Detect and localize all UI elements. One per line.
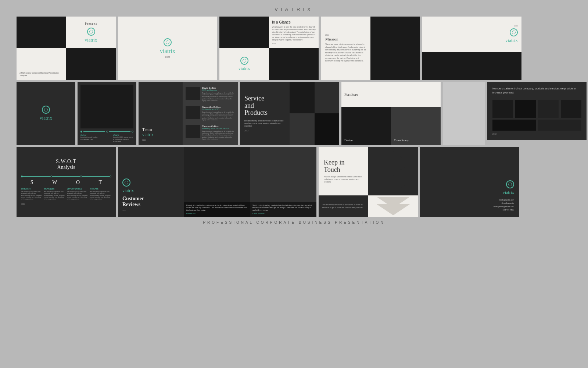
swot-weakness-label: WEAKNESS <box>44 188 66 190</box>
consult-label: Consultancy <box>394 139 409 142</box>
mission-title: Mission <box>325 37 366 41</box>
member-1-desc: Be professional in everything we do to s… <box>202 92 235 102</box>
member-1-info: David Collins CEO and Founder Be profess… <box>202 87 235 102</box>
swot-threats-desc: We always try to give the best product t… <box>90 191 112 200</box>
slide-row-1: Present viatrix A Professional Corporate… <box>17 17 571 80</box>
swot-title: S.W.O.T <box>21 159 111 164</box>
review-2-text: Viatrix not only selling products but al… <box>252 204 314 212</box>
service-title2: and <box>244 102 254 109</box>
slide-intro: viatrix 2022 <box>118 17 217 80</box>
timeline-dots <box>80 131 133 132</box>
swot-title2: Analysis <box>21 164 111 170</box>
swot-opps: OPPORTUNITIES We always try to give the … <box>67 188 89 200</box>
keep-touch-text: Keep in Touch You are always welcome to … <box>319 147 368 195</box>
m2-year: 2022 <box>514 25 518 27</box>
member-1-img <box>186 87 200 100</box>
review-brand: viatrix <box>122 188 180 194</box>
member-1-role: CEO and Founder <box>202 89 235 91</box>
keep-touch-body: You are always welcome to contact us to … <box>324 176 363 183</box>
team-right-panel: David Collins CEO and Founder Be profess… <box>183 82 238 145</box>
swot-w: W <box>52 180 57 185</box>
slide-glance: In a Glance We always try to give the be… <box>219 17 319 80</box>
glance-img-br <box>269 48 319 80</box>
footer-subtitle: PROFESSIONAL CORPORATE BUSINESS PRESENTA… <box>203 217 385 227</box>
review-2-name: Chloe Pullman <box>252 212 314 215</box>
glance-logo: viatrix <box>219 48 269 80</box>
member-3-info: Thomas Collins Marketing and Customer Se… <box>202 125 235 140</box>
year-2019: 2019 <box>80 134 99 136</box>
review-brand-panel: viatrix Customer Reviews 2022 <box>118 147 184 217</box>
team-brand: viatrix <box>142 132 179 138</box>
mission-body: There are some missions we want to achie… <box>325 43 366 63</box>
swot-timeline <box>21 176 111 177</box>
team-year: 2022 <box>142 139 179 141</box>
swot-t: T <box>99 180 102 185</box>
tl-desc2: Launched CEO special talents to concentr… <box>113 136 133 142</box>
keep-touch-chevrons-light <box>368 195 418 217</box>
service-img-2 <box>315 82 340 113</box>
present-label: Present <box>85 22 97 25</box>
member-2-desc: Be professional in everything we do to s… <box>202 111 235 121</box>
team-title: Team <box>142 127 179 132</box>
review-photo-2: Viatrix not only selling products but al… <box>250 147 316 217</box>
glance-body: We always try to give the best product t… <box>272 26 316 41</box>
team-member-2: Samantha Collins Co-founder and CFO Be p… <box>186 106 235 121</box>
member-2-img <box>186 106 200 119</box>
contact-item-2: @reallygeatsite <box>494 202 514 205</box>
tl-desc1: Launched through leading CEO prepare a d… <box>80 136 99 140</box>
swot-threats: THREATS We always try to give the best p… <box>90 188 112 200</box>
keep-touch-title: Keep in <box>324 159 344 166</box>
swot-weakness-desc: We always try to give the best product t… <box>44 191 66 200</box>
team-left-panel: Team viatrix 2022 <box>139 82 183 145</box>
contact-item-1: reallygeatsite.com <box>494 198 514 202</box>
slide-mission2: 2022 viatrix <box>422 17 521 80</box>
year-2021: 2021 <box>113 134 133 136</box>
design-label: Design <box>344 139 353 142</box>
member-3-role: Marketing and Customer Service <box>202 127 235 130</box>
main-title: VIATRIX <box>275 0 313 17</box>
review-1-name: Darren Vex <box>186 212 248 215</box>
member-2-info: Samantha Collins Co-founder and CFO Be p… <box>202 106 235 121</box>
brand-name: viatrix <box>85 37 97 43</box>
contact-item-3: hello@reallygeatsite.com <box>494 205 514 208</box>
slide-team: Team viatrix 2022 David Collins CEO and … <box>139 82 238 145</box>
swot-o: O <box>76 180 80 185</box>
glance-img-tl <box>219 17 269 48</box>
furniture-top: Furniture <box>341 82 441 107</box>
member-3-desc: Be professional in everything we do to s… <box>202 130 235 140</box>
team-member-1: David Collins CEO and Founder Be profess… <box>186 87 235 102</box>
glance-year: 2022 <box>272 42 316 45</box>
slide-mission: 2022 Mission There are some missions we … <box>321 17 420 80</box>
swot-strength: STRENGTH We always try to give the best … <box>21 188 43 200</box>
slide-timeline: 2019 Launched through leading CEO prepar… <box>78 82 136 145</box>
swot-opps-desc: We always try to give the best product t… <box>67 191 89 200</box>
contact-brand: viatrix <box>503 190 514 195</box>
slide-row-3: S.W.O.T Analysis S W O T <box>17 147 571 217</box>
intro-year: 2022 <box>165 56 170 58</box>
service-year: 2022 <box>244 130 285 132</box>
m2-brand: viatrix <box>505 38 518 43</box>
member-2-role: Co-founder and CFO <box>202 108 235 110</box>
swot-weakness: WEAKNESS We always try to give the best … <box>44 188 66 200</box>
glance-title: In a Glance <box>272 20 316 24</box>
present-subtitle: A Professional Corporate Business Presen… <box>19 72 63 77</box>
keep-touch-title2: Touch <box>324 166 340 173</box>
numbers-body: Numbers statement of our company, produc… <box>492 87 581 95</box>
slide-numbers: Numbers statement of our company, produc… <box>487 82 587 145</box>
swot-threats-label: THREATS <box>90 188 112 190</box>
review-year: 2022 <box>122 210 180 212</box>
service-body: Besides making products we sell on our w… <box>244 120 285 127</box>
glance-text: In a Glance We always try to give the be… <box>269 17 319 48</box>
slide-reviews: viatrix Customer Reviews 2022 Usually, i… <box>118 147 316 217</box>
service-title1: Service <box>244 95 264 102</box>
service-title3: Products <box>244 109 268 116</box>
keep-touch-chevrons-right <box>368 147 418 195</box>
service-right-grid <box>290 82 339 145</box>
team-member-3: Thomas Collins Marketing and Customer Se… <box>186 125 235 140</box>
slide-service: Service and Products Besides making prod… <box>240 82 339 145</box>
review-title2: Reviews <box>122 202 180 208</box>
service-img-4 <box>315 113 340 145</box>
furniture-bottom: Design Consultancy <box>341 107 441 145</box>
review-photo-1: Usually, it's hard to find customizable … <box>184 147 250 217</box>
design-area: Design <box>341 107 391 145</box>
